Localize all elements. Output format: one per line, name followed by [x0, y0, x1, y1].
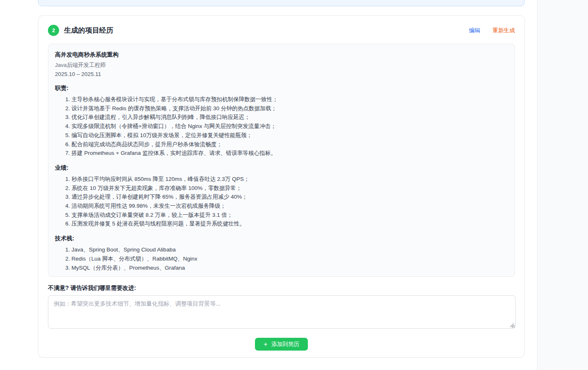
- list-item: 压测发现并修复 5 处潜在死锁与线程阻塞问题，显著提升系统健壮性。: [71, 219, 508, 228]
- list-item: 设计并落地基于 Redis 的缓存预热策略，支撑活动开始前 30 分钟的热点数据…: [71, 104, 508, 113]
- step-number-badge: 2: [48, 25, 59, 36]
- header-actions: 编辑 重新生成: [469, 27, 515, 34]
- list-item: 主导秒杀核心服务模块设计与实现，基于分布式锁与库存预扣机制保障数据一致性；: [71, 95, 508, 104]
- previous-step-banner: [38, 0, 525, 6]
- list-item: 优化订单创建流程，引入异步解耦与消息队列削峰，降低接口响应延迟；: [71, 113, 508, 122]
- project-title: 高并发电商秒杀系统重构: [55, 51, 508, 58]
- plus-icon: +: [264, 341, 268, 348]
- section-label-achievements: 业绩:: [55, 164, 508, 171]
- list-item: 通过异步化处理，订单创建耗时下降 65%，服务器资源占用减少 40%；: [71, 192, 508, 202]
- list-item: MySQL（分库分表）、Prometheus、Grafana: [71, 263, 508, 273]
- card-header: 2 生成的项目经历 编辑 重新生成: [48, 25, 515, 36]
- list-item: 实现多级限流机制（令牌桶+滑动窗口），结合 Nginx 与网关层控制突发流量冲击…: [71, 122, 508, 131]
- list-item: 配合前端完成动态商品状态同步，提升用户秒杀体验流畅度；: [71, 140, 508, 149]
- section-label-tech-stack: 技术栈:: [55, 235, 508, 242]
- feedback-textarea[interactable]: [48, 295, 516, 329]
- project-role: Java后端开发工程师: [55, 61, 508, 69]
- responsibilities-list: 主导秒杀核心服务模块设计与实现，基于分布式锁与库存预扣机制保障数据一致性； 设计…: [55, 95, 508, 158]
- list-item: 支撑单场活动成交订单量突破 8.2 万单，较上一版本提升 3.1 倍；: [71, 211, 508, 220]
- list-item: 搭建 Prometheus + Grafana 监控体系，实时追踪库存、请求、错…: [71, 149, 508, 158]
- page-title: 生成的项目经历: [64, 26, 113, 35]
- list-item: 系统在 10 万级并发下无超卖现象，库存准确率 100%，零数据异常；: [71, 184, 508, 193]
- add-to-resume-label: 添加到简历: [271, 341, 300, 348]
- generated-project-card: 2 生成的项目经历 编辑 重新生成 高并发电商秒杀系统重构 Java后端开发工程…: [38, 15, 525, 358]
- tech-stack-list: Java、Spring Boot、Spring Cloud Alibaba Re…: [55, 245, 508, 272]
- add-to-resume-button[interactable]: + 添加到简历: [255, 338, 308, 351]
- list-item: 活动期间系统可用性达 99.98%，未发生一次宕机或服务降级；: [71, 202, 508, 211]
- page-background-panel: [537, 0, 588, 370]
- list-item: Java、Spring Boot、Spring Cloud Alibaba: [71, 245, 508, 254]
- feedback-label: 不满意? 请告诉我们哪里需要改进:: [48, 284, 515, 292]
- section-label-responsibilities: 职责:: [55, 84, 508, 92]
- generated-experience-box: 高并发电商秒杀系统重构 Java后端开发工程师 2025.10 – 2025.1…: [48, 44, 515, 277]
- list-item: Redis（Lua 脚本、分布式锁）、RabbitMQ、Nginx: [71, 254, 508, 263]
- button-row: + 添加到简历: [48, 338, 515, 351]
- project-period: 2025.10 – 2025.11: [55, 70, 508, 78]
- feedback-textarea-wrap: [48, 295, 515, 329]
- edit-button[interactable]: 编辑: [469, 27, 480, 34]
- achievements-list: 秒杀接口平均响应时间从 850ms 降至 120ms，峰值吞吐达 2.3万 QP…: [55, 175, 508, 228]
- step-number: 2: [52, 27, 55, 33]
- list-item: 秒杀接口平均响应时间从 850ms 降至 120ms，峰值吞吐达 2.3万 QP…: [71, 175, 508, 184]
- list-item: 编写自动化压测脚本，模拟 10万级并发场景，定位并修复关键性能瓶颈；: [71, 131, 508, 140]
- regenerate-button[interactable]: 重新生成: [493, 27, 515, 34]
